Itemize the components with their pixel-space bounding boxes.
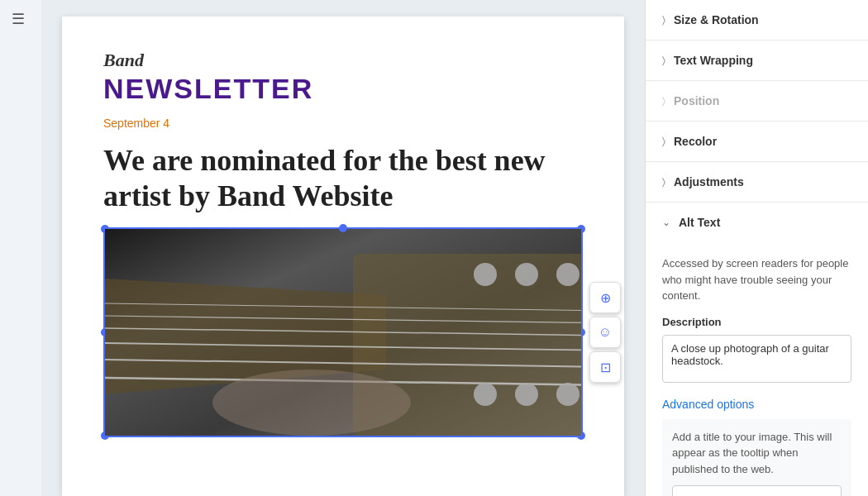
text-wrapping-section: 〉 Text Wrapping	[646, 41, 868, 81]
right-panel: 〉 Size & Rotation 〉 Text Wrapping 〉 Posi…	[645, 0, 868, 496]
alt-text-chevron: ⌄	[662, 217, 670, 228]
alt-text-content: Accessed by screen readers for people wh…	[646, 242, 868, 496]
date-label: September 4	[103, 117, 583, 130]
position-chevron: 〉	[662, 95, 665, 107]
adjustments-section: 〉 Adjustments	[646, 162, 868, 203]
guitar-image	[105, 229, 581, 436]
description-label: Description	[662, 316, 851, 328]
canvas-area: Band NEWSLETTER September 4 We are nomin…	[41, 0, 645, 496]
svg-point-10	[515, 263, 538, 286]
article-headline: We are nominated for the best new artist…	[103, 143, 583, 214]
svg-point-14	[515, 383, 538, 406]
emoji-button[interactable]: ☺	[589, 317, 621, 348]
advanced-options-link[interactable]: Advanced options	[662, 398, 851, 411]
text-wrapping-label: Text Wrapping	[674, 54, 753, 67]
text-wrapping-header[interactable]: 〉 Text Wrapping	[646, 41, 868, 80]
alt-text-header[interactable]: ⌄ Alt Text	[646, 203, 868, 242]
image-title-input[interactable]	[672, 485, 842, 496]
alt-text-label: Alt Text	[679, 216, 720, 229]
svg-point-13	[474, 383, 497, 406]
newsletter-title: NEWSLETTER	[103, 73, 583, 105]
position-label: Position	[674, 94, 719, 107]
adjustments-header[interactable]: 〉 Adjustments	[646, 162, 868, 202]
brand-text: Band	[103, 50, 583, 71]
add-icon: ⊕	[600, 290, 611, 306]
text-wrapping-chevron: 〉	[662, 55, 665, 66]
svg-point-15	[556, 383, 579, 406]
crop-image-button[interactable]: ⊡	[589, 351, 621, 383]
size-rotation-section: 〉 Size & Rotation	[646, 0, 868, 41]
document-page: Band NEWSLETTER September 4 We are nomin…	[62, 17, 624, 496]
image-float-buttons: ⊕ ☺ ⊡	[589, 282, 621, 383]
position-section: 〉 Position	[646, 81, 868, 122]
size-rotation-header[interactable]: 〉 Size & Rotation	[646, 0, 868, 40]
recolor-chevron: 〉	[662, 136, 665, 147]
recolor-section: 〉 Recolor	[646, 122, 868, 162]
sidebar-toggle[interactable]: ☰	[0, 0, 41, 496]
svg-point-9	[474, 263, 497, 286]
advanced-options-box: Add a title to your image. This will app…	[662, 419, 851, 497]
alt-text-description: Accessed by screen readers for people wh…	[662, 255, 851, 304]
adjustments-chevron: 〉	[662, 176, 665, 188]
alt-text-section: ⌄ Alt Text Accessed by screen readers fo…	[646, 203, 868, 496]
add-to-image-button[interactable]: ⊕	[589, 282, 621, 313]
smiley-icon: ☺	[599, 325, 612, 340]
image-container[interactable]: ⊕ ☺ ⊡	[103, 227, 583, 437]
recolor-header[interactable]: 〉 Recolor	[646, 122, 868, 161]
recolor-label: Recolor	[674, 135, 717, 148]
size-rotation-label: Size & Rotation	[674, 13, 759, 26]
svg-point-17	[212, 370, 411, 436]
adjustments-label: Adjustments	[674, 175, 744, 188]
crop-icon: ⊡	[600, 360, 611, 375]
position-header[interactable]: 〉 Position	[646, 81, 868, 121]
description-textarea[interactable]	[662, 335, 851, 383]
svg-point-11	[556, 263, 579, 286]
size-rotation-chevron: 〉	[662, 14, 665, 26]
advanced-options-text: Add a title to your image. This will app…	[672, 429, 842, 478]
hamburger-icon[interactable]: ☰	[12, 10, 25, 28]
